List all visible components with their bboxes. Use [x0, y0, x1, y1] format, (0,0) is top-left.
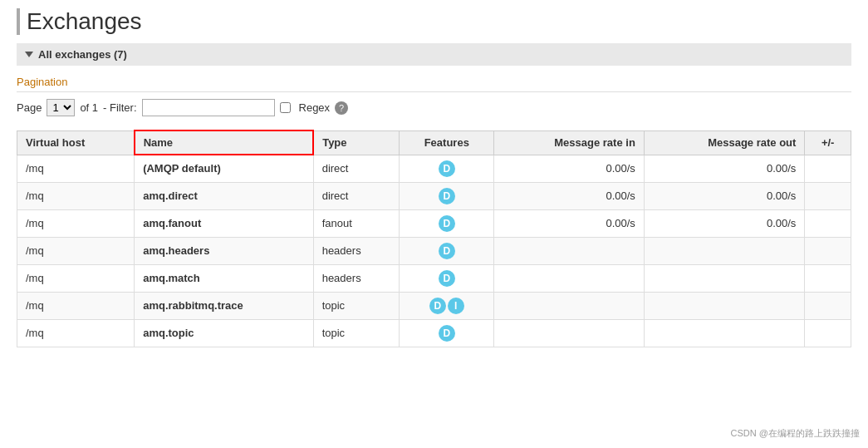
col-header-plus-minus: +/- — [805, 130, 851, 155]
help-icon[interactable]: ? — [335, 101, 348, 115]
col-header-msg-rate-in: Message rate in — [494, 130, 644, 155]
table-row[interactable]: /mqamq.rabbitmq.tracetopicDI — [17, 292, 851, 319]
feature-badge-d: D — [439, 188, 455, 204]
cell-name[interactable]: amq.fanout — [135, 209, 314, 237]
cell-msg-rate-out — [644, 264, 805, 292]
cell-type: direct — [313, 182, 399, 209]
cell-type: headers — [313, 264, 399, 292]
cell-msg-rate-out: 0.00/s — [644, 209, 805, 237]
feature-badge-d: D — [439, 325, 455, 342]
cell-plus-minus — [805, 264, 851, 292]
table-row[interactable]: /mqamq.headersheadersD — [17, 237, 851, 264]
table-row[interactable]: /mqamq.directdirectD0.00/s0.00/s — [17, 182, 851, 209]
cell-virtual-host: /mq — [17, 264, 135, 292]
cell-plus-minus — [805, 209, 851, 237]
cell-msg-rate-out — [644, 319, 805, 347]
cell-msg-rate-in — [494, 237, 644, 264]
filter-label: - Filter: — [103, 101, 136, 114]
cell-name[interactable]: amq.rabbitmq.trace — [135, 292, 314, 319]
cell-msg-rate-in — [494, 319, 644, 347]
of-label: of 1 — [80, 101, 98, 114]
cell-virtual-host: /mq — [17, 319, 135, 347]
pagination-controls: Page 1 of 1 - Filter: Regex ? — [17, 99, 851, 116]
cell-msg-rate-in: 0.00/s — [494, 209, 644, 237]
table-row[interactable]: /mqamq.matchheadersD — [17, 264, 851, 292]
cell-plus-minus — [805, 182, 851, 209]
cell-msg-rate-out — [644, 292, 805, 319]
col-header-name: Name — [135, 130, 314, 155]
feature-badge-d: D — [439, 243, 455, 259]
feature-badge-d: D — [439, 160, 455, 177]
cell-features: D — [400, 319, 494, 347]
regex-label: Regex — [299, 101, 331, 114]
cell-type: direct — [313, 155, 399, 182]
cell-name[interactable]: amq.direct — [135, 182, 314, 209]
cell-msg-rate-out — [644, 237, 805, 264]
table-row[interactable]: /mqamq.topictopicD — [17, 319, 851, 347]
all-exchanges-bar[interactable]: All exchanges (7) — [17, 43, 851, 66]
cell-msg-rate-in: 0.00/s — [494, 182, 644, 209]
col-header-features: Features — [400, 130, 494, 155]
cell-virtual-host: /mq — [17, 182, 135, 209]
cell-msg-rate-in — [494, 292, 644, 319]
col-header-msg-rate-out: Message rate out — [644, 130, 805, 155]
feature-badge-d: D — [439, 270, 455, 287]
cell-plus-minus — [805, 292, 851, 319]
cell-name[interactable]: amq.match — [135, 264, 314, 292]
all-exchanges-label: All exchanges (7) — [38, 48, 127, 61]
cell-features: DI — [400, 292, 494, 319]
cell-type: fanout — [313, 209, 399, 237]
cell-msg-rate-out: 0.00/s — [644, 182, 805, 209]
cell-plus-minus — [805, 237, 851, 264]
collapse-icon — [25, 52, 33, 57]
cell-virtual-host: /mq — [17, 209, 135, 237]
cell-features: D — [400, 209, 494, 237]
cell-msg-rate-in — [494, 264, 644, 292]
filter-input[interactable] — [142, 99, 275, 116]
exchanges-table: Virtual host Name Type Features Message … — [17, 130, 851, 347]
table-row[interactable]: /mqamq.fanoutfanoutD0.00/s0.00/s — [17, 209, 851, 237]
page-title: Exchanges — [17, 8, 851, 35]
cell-name[interactable]: amq.topic — [135, 319, 314, 347]
cell-virtual-host: /mq — [17, 292, 135, 319]
col-header-virtual-host: Virtual host — [17, 130, 135, 155]
feature-badge-d: D — [439, 215, 455, 232]
cell-type: headers — [313, 237, 399, 264]
feature-badge-d: D — [429, 298, 446, 314]
feature-badge-i: I — [448, 298, 464, 314]
cell-msg-rate-in: 0.00/s — [494, 155, 644, 182]
cell-type: topic — [313, 292, 399, 319]
cell-features: D — [400, 155, 494, 182]
col-header-type: Type — [313, 130, 399, 155]
cell-virtual-host: /mq — [17, 155, 135, 182]
cell-name[interactable]: (AMQP default) — [135, 155, 314, 182]
cell-name[interactable]: amq.headers — [135, 237, 314, 264]
table-row[interactable]: /mq(AMQP default)directD0.00/s0.00/s — [17, 155, 851, 182]
cell-plus-minus — [805, 155, 851, 182]
cell-features: D — [400, 182, 494, 209]
cell-plus-minus — [805, 319, 851, 347]
page-select[interactable]: 1 — [47, 99, 75, 116]
page-label: Page — [17, 101, 42, 114]
cell-msg-rate-out: 0.00/s — [644, 155, 805, 182]
cell-type: topic — [313, 319, 399, 347]
pagination-label: Pagination — [17, 76, 851, 92]
regex-checkbox[interactable] — [280, 102, 291, 113]
cell-virtual-host: /mq — [17, 237, 135, 264]
cell-features: D — [400, 237, 494, 264]
cell-features: D — [400, 264, 494, 292]
